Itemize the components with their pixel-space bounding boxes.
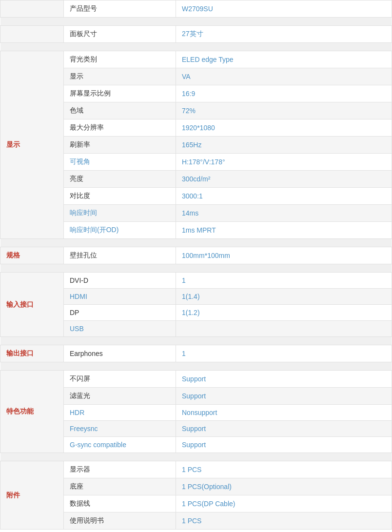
- table-row: 产品型号W2709SU: [0, 0, 392, 18]
- label-cell: 屏幕显示比例: [64, 85, 176, 102]
- category-cell: 特色功能: [0, 371, 64, 453]
- label-cell: HDR: [64, 405, 176, 421]
- value-cell: 100mm*100mm: [176, 247, 392, 264]
- category-cell: 输入接口: [0, 273, 64, 337]
- label-cell: 亮度: [64, 171, 176, 188]
- value-cell: 1(1.4): [176, 289, 392, 305]
- category-cell-empty: [0, 26, 64, 43]
- value-cell: 1(1.2): [176, 305, 392, 321]
- table-row: 输入接口DVI-D1: [0, 273, 392, 289]
- value-cell: Support: [176, 421, 392, 437]
- value-cell: 1: [176, 273, 392, 289]
- value-cell: 1ms MPRT: [176, 222, 392, 239]
- value-cell: 14ms: [176, 205, 392, 222]
- category-cell: 规格: [0, 247, 64, 264]
- label-cell: 最大分辨率: [64, 119, 176, 137]
- label-cell: 响应时间(开OD): [64, 222, 176, 239]
- table-row: 显示背光类别ELED edge Type: [0, 51, 392, 68]
- value-cell: Nonsupport: [176, 405, 392, 421]
- table-row: 附件显示器1 PCS: [0, 461, 392, 478]
- value-cell: 72%: [176, 102, 392, 119]
- category-cell: 输出接口: [0, 345, 64, 362]
- value-cell: Support: [176, 371, 392, 388]
- label-cell: 滤蓝光: [64, 388, 176, 405]
- label-cell: DVI-D: [64, 273, 176, 289]
- label-cell: 产品型号: [64, 0, 176, 18]
- value-cell: 1 PCS(DP Cable): [176, 495, 392, 512]
- label-cell: 响应时间: [64, 205, 176, 222]
- label-cell: 显示器: [64, 461, 176, 478]
- value-cell: Support: [176, 388, 392, 405]
- label-cell: 底座: [64, 478, 176, 495]
- table-row: 特色功能不闪屏Support: [0, 371, 392, 388]
- label-cell: HDMI: [64, 289, 176, 305]
- label-cell: DP: [64, 305, 176, 321]
- value-cell: 27英寸: [176, 26, 392, 43]
- label-cell: 刷新率: [64, 137, 176, 154]
- label-cell: USB: [64, 321, 176, 337]
- label-cell: 可视角: [64, 154, 176, 171]
- label-cell: 背光类别: [64, 51, 176, 68]
- value-cell: W2709SU: [176, 0, 392, 18]
- value-cell: VA: [176, 68, 392, 85]
- label-cell: 显示: [64, 68, 176, 85]
- label-cell: 数据线: [64, 495, 176, 512]
- label-cell: 壁挂孔位: [64, 247, 176, 264]
- label-cell: 面板尺寸: [64, 26, 176, 43]
- label-cell: Earphones: [64, 345, 176, 362]
- category-cell: 显示: [0, 51, 64, 239]
- table-row: 规格壁挂孔位100mm*100mm: [0, 247, 392, 264]
- value-cell: 1920*1080: [176, 119, 392, 137]
- value-cell: 300cd/m²: [176, 171, 392, 188]
- value-cell: 1 PCS(Optional): [176, 478, 392, 495]
- spec-table: 产品型号W2709SU面板尺寸27英寸显示背光类别ELED edge Type显…: [0, 0, 392, 530]
- value-cell: ELED edge Type: [176, 51, 392, 68]
- table-row: 面板尺寸27英寸: [0, 26, 392, 43]
- category-cell-empty: [0, 0, 64, 18]
- label-cell: 色域: [64, 102, 176, 119]
- category-cell: 附件: [0, 461, 64, 530]
- value-cell: 1: [176, 345, 392, 362]
- value-cell: 1 PCS: [176, 512, 392, 530]
- value-cell: 165Hz: [176, 137, 392, 154]
- value-cell: 3000:1: [176, 188, 392, 205]
- value-cell: [176, 321, 392, 337]
- value-cell: 16:9: [176, 85, 392, 102]
- label-cell: 不闪屏: [64, 371, 176, 388]
- label-cell: G-sync compatible: [64, 437, 176, 453]
- label-cell: 对比度: [64, 188, 176, 205]
- value-cell: H:178°/V:178°: [176, 154, 392, 171]
- table-row: 输出接口Earphones1: [0, 345, 392, 362]
- value-cell: Support: [176, 437, 392, 453]
- label-cell: 使用说明书: [64, 512, 176, 530]
- label-cell: Freeysnc: [64, 421, 176, 437]
- value-cell: 1 PCS: [176, 461, 392, 478]
